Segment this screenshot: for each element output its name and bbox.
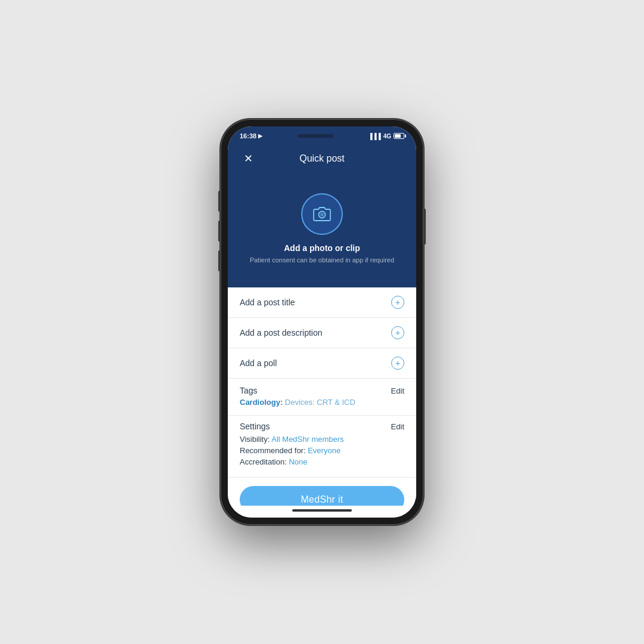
plus-icon: + <box>395 298 400 306</box>
tag-secondary: Devices: CRT & ICD <box>285 398 355 407</box>
accreditation-label: Accreditation: <box>240 457 287 466</box>
close-button[interactable]: ✕ <box>240 150 256 167</box>
add-poll-plus[interactable]: + <box>391 357 404 370</box>
visibility-line: Visibility: All MedShr members <box>240 435 404 444</box>
location-icon: ▶ <box>258 133 262 139</box>
content-area: Add a post title + Add a post descriptio… <box>228 287 416 506</box>
tag-primary: Cardiology: <box>240 398 283 407</box>
photo-area-title: Add a photo or clip <box>284 243 360 253</box>
add-description-label: Add a post description <box>240 328 323 338</box>
status-bar: 16:38 ▶ ▐▐▐ 4G <box>228 126 416 143</box>
plus-icon-2: + <box>395 329 400 337</box>
close-icon: ✕ <box>244 152 253 165</box>
status-icons: ▐▐▐ 4G <box>368 133 404 140</box>
camera-icon <box>312 206 332 222</box>
recommended-line: Recommended for: Everyone <box>240 446 404 455</box>
time-display: 16:38 <box>240 132 256 140</box>
settings-header: Settings Edit <box>240 422 404 431</box>
camera-circle <box>301 193 343 235</box>
home-pill <box>292 509 352 512</box>
phone-screen: 16:38 ▶ ▐▐▐ 4G ✕ Quick post <box>228 126 416 518</box>
submit-area: MedShr it <box>228 478 416 506</box>
accreditation-line: Accreditation: None <box>240 457 404 466</box>
recommended-label: Recommended for: <box>240 446 306 455</box>
app-header: ✕ Quick post <box>228 143 416 175</box>
svg-point-1 <box>320 213 324 216</box>
tags-edit-button[interactable]: Edit <box>391 386 404 395</box>
tags-value: Cardiology: Devices: CRT & ICD <box>240 398 404 411</box>
plus-icon-3: + <box>395 359 400 367</box>
tags-header: Tags Edit <box>240 386 404 395</box>
add-description-plus[interactable]: + <box>391 326 404 339</box>
settings-section: Settings Edit Visibility: All MedShr mem… <box>228 416 416 478</box>
header-title: Quick post <box>299 153 345 164</box>
settings-edit-button[interactable]: Edit <box>391 422 404 431</box>
recommended-value: Everyone <box>308 446 340 455</box>
battery-fill <box>395 134 401 138</box>
add-title-label: Add a post title <box>240 298 295 307</box>
medshr-it-button[interactable]: MedShr it <box>240 486 404 506</box>
status-time: 16:38 ▶ <box>240 132 262 140</box>
add-description-row[interactable]: Add a post description + <box>228 318 416 348</box>
home-indicator <box>228 506 416 518</box>
photo-upload-area[interactable]: Add a photo or clip Patient consent can … <box>228 175 416 287</box>
network-type: 4G <box>383 133 391 140</box>
add-poll-label: Add a poll <box>240 358 277 368</box>
visibility-label: Visibility: <box>240 435 270 444</box>
visibility-value: All MedShr members <box>271 435 343 444</box>
tags-section-title: Tags <box>240 386 258 395</box>
phone-device: 16:38 ▶ ▐▐▐ 4G ✕ Quick post <box>221 119 423 525</box>
notch-bar <box>298 134 333 138</box>
signal-icon: ▐▐▐ <box>368 133 380 140</box>
add-title-row[interactable]: Add a post title + <box>228 287 416 318</box>
add-poll-row[interactable]: Add a poll + <box>228 348 416 379</box>
settings-section-title: Settings <box>240 422 270 431</box>
battery-icon <box>394 133 404 139</box>
add-title-plus[interactable]: + <box>391 296 404 309</box>
accreditation-value: None <box>289 457 307 466</box>
photo-area-subtitle: Patient consent can be obtained in app i… <box>250 256 394 264</box>
tags-section: Tags Edit Cardiology: Devices: CRT & ICD <box>228 379 416 416</box>
